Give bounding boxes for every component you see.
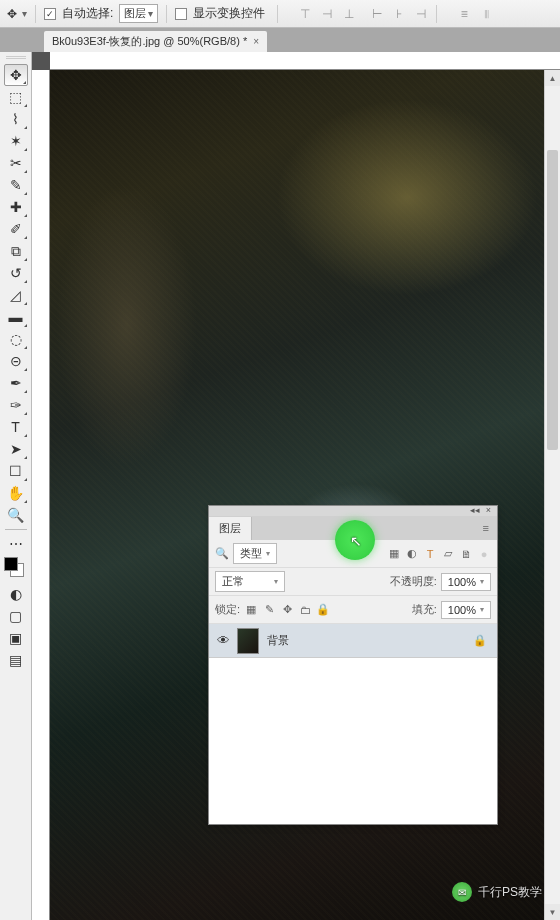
eraser-tool[interactable]: ◿ (4, 284, 28, 306)
opacity-label: 不透明度: (390, 574, 437, 589)
close-tab-icon[interactable]: × (253, 36, 259, 47)
gradient-tool[interactable]: ▬ (4, 306, 28, 328)
layer-row[interactable]: 👁 背景 🔒 (209, 624, 497, 658)
move-tool[interactable]: ✥ (4, 64, 28, 86)
edit-toolbar[interactable]: ⋯ (4, 533, 28, 555)
auto-select-checkbox[interactable]: ✓ (44, 8, 56, 20)
document-tab[interactable]: Bk0u93E3f-恢复的.jpg @ 50%(RGB/8) * × (44, 31, 267, 52)
opacity-input[interactable]: 100% ▾ (441, 573, 491, 591)
lock-artboard-icon[interactable]: 🗀 (298, 603, 312, 617)
magic-wand-tool[interactable]: ✶ (4, 130, 28, 152)
panel-grip[interactable] (6, 56, 26, 60)
document-tab-bar: Bk0u93E3f-恢复的.jpg @ 50%(RGB/8) * × (0, 28, 560, 52)
cursor-highlight: ↖ (335, 520, 375, 560)
filter-adjustment-icon[interactable]: ◐ (405, 547, 419, 561)
scroll-down-button[interactable]: ▼ (545, 904, 560, 920)
chevron-down-icon: ▾ (266, 549, 270, 558)
search-icon: 🔍 (215, 547, 229, 560)
collapse-icon[interactable]: ◂◂ (470, 505, 480, 515)
blend-mode-dropdown[interactable]: 正常 ▾ (215, 571, 285, 592)
visibility-toggle-icon[interactable]: 👁 (209, 633, 237, 648)
show-transform-label: 显示变换控件 (193, 5, 265, 22)
blur-tool[interactable]: ◌ (4, 328, 28, 350)
filter-type-dropdown[interactable]: 类型 ▾ (233, 543, 277, 564)
filter-smart-icon[interactable]: 🗎 (459, 547, 473, 561)
dodge-tool[interactable]: ⊝ (4, 350, 28, 372)
panel-menu-icon[interactable]: ≡ (475, 522, 497, 534)
wechat-icon: ✉ (452, 882, 472, 902)
brush-tool[interactable]: ✐ (4, 218, 28, 240)
layer-thumbnail[interactable] (237, 628, 259, 654)
align-top-icon[interactable]: ⊤ (298, 7, 312, 21)
auto-select-target-dropdown[interactable]: 图层 ▾ (119, 4, 158, 23)
quick-mask-icon[interactable]: ◐ (4, 583, 28, 605)
scrollbar-thumb[interactable] (547, 150, 558, 450)
vertical-scrollbar[interactable]: ▲ ▼ (544, 70, 560, 920)
chevron-down-icon: ▾ (480, 605, 484, 614)
distribute-icon[interactable]: ≡ (457, 7, 471, 21)
healing-brush-tool[interactable]: ✚ (4, 196, 28, 218)
lock-all-icon[interactable]: 🔒 (316, 603, 330, 617)
lock-position-icon[interactable]: ✥ (280, 603, 294, 617)
crop-tool[interactable]: ✂ (4, 152, 28, 174)
foreground-color-swatch[interactable] (4, 557, 18, 571)
color-swatches[interactable] (4, 557, 28, 581)
pen-tool[interactable]: ✒ (4, 372, 28, 394)
align-right-icon[interactable]: ⊣ (414, 7, 428, 21)
opacity-value: 100% (448, 576, 476, 588)
zoom-tool[interactable]: 🔍 (4, 504, 28, 526)
filter-shape-icon[interactable]: ▱ (441, 547, 455, 561)
watermark: ✉ 千行PS教学 (452, 882, 542, 902)
chevron-down-icon: ▾ (148, 8, 153, 19)
show-transform-checkbox[interactable] (175, 8, 187, 20)
path-selection-tool[interactable]: ➤ (4, 438, 28, 460)
screen-mode-1-icon[interactable]: ▢ (4, 605, 28, 627)
lock-label: 锁定: (215, 602, 240, 617)
filter-type-label: 类型 (240, 546, 262, 561)
shape-tool[interactable]: ☐ (4, 460, 28, 482)
align-hcenter-icon[interactable]: ⊦ (392, 7, 406, 21)
auto-select-target-value: 图层 (124, 6, 146, 21)
align-vcenter-icon[interactable]: ⊣ (320, 7, 334, 21)
eyedropper-tool[interactable]: ✎ (4, 174, 28, 196)
layer-name[interactable]: 背景 (267, 633, 289, 648)
align-bottom-icon[interactable]: ⊥ (342, 7, 356, 21)
blend-opacity-row: 正常 ▾ 不透明度: 100% ▾ (209, 568, 497, 596)
layers-tab[interactable]: 图层 (209, 517, 252, 540)
auto-select-label: 自动选择: (62, 5, 113, 22)
lasso-tool[interactable]: ⌇ (4, 108, 28, 130)
align-controls-2: ⊢ ⊦ ⊣ (370, 7, 428, 21)
screen-mode-2-icon[interactable]: ▣ (4, 627, 28, 649)
panel-header[interactable]: ◂◂ × (209, 506, 497, 516)
freeform-pen-tool[interactable]: ✑ (4, 394, 28, 416)
clone-stamp-tool[interactable]: ⧉ (4, 240, 28, 262)
screen-mode-3-icon[interactable]: ▤ (4, 649, 28, 671)
watermark-text: 千行PS教学 (478, 884, 542, 901)
tool-preset-dropdown-icon[interactable]: ▾ (22, 8, 27, 19)
lock-transparency-icon[interactable]: ▦ (244, 603, 258, 617)
distribute-controls: ≡ ⫴ (457, 7, 493, 21)
marquee-tool[interactable]: ⬚ (4, 86, 28, 108)
chevron-down-icon: ▾ (480, 577, 484, 586)
options-bar: ✥ ▾ ✓ 自动选择: 图层 ▾ 显示变换控件 ⊤ ⊣ ⊥ ⊢ ⊦ ⊣ ≡ ⫴ (0, 0, 560, 28)
horizontal-ruler[interactable] (50, 52, 560, 70)
type-tool[interactable]: T (4, 416, 28, 438)
filter-type-icon[interactable]: T (423, 547, 437, 561)
fill-label: 填充: (412, 602, 437, 617)
distribute-icon[interactable]: ⫴ (479, 7, 493, 21)
fill-input[interactable]: 100% ▾ (441, 601, 491, 619)
tools-panel: ✥ ⬚ ⌇ ✶ ✂ ✎ ✚ ✐ ⧉ ↺ ◿ ▬ ◌ ⊝ ✒ ✑ T ➤ ☐ ✋ … (0, 52, 32, 920)
lock-pixels-icon[interactable]: ✎ (262, 603, 276, 617)
close-panel-icon[interactable]: × (486, 505, 491, 515)
filter-pixel-icon[interactable]: ▦ (387, 547, 401, 561)
divider (277, 5, 278, 23)
vertical-ruler[interactable] (32, 70, 50, 920)
blend-mode-value: 正常 (222, 574, 244, 589)
hand-tool[interactable]: ✋ (4, 482, 28, 504)
filter-toggle-icon[interactable]: ● (477, 547, 491, 561)
lock-icon: 🔒 (473, 634, 487, 647)
align-left-icon[interactable]: ⊢ (370, 7, 384, 21)
history-brush-tool[interactable]: ↺ (4, 262, 28, 284)
scroll-up-button[interactable]: ▲ (545, 70, 560, 86)
document-tab-title: Bk0u93E3f-恢复的.jpg @ 50%(RGB/8) * (52, 34, 247, 49)
